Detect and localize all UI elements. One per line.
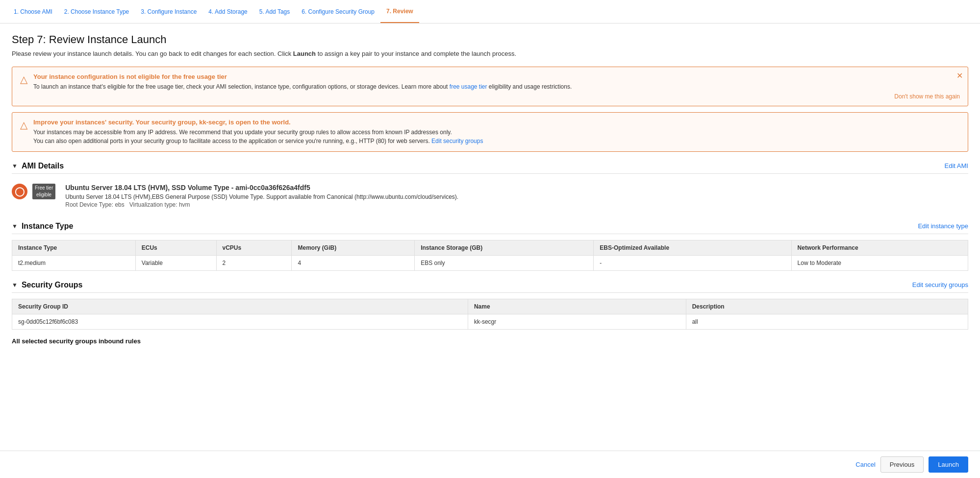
edit-security-groups-link[interactable]: Edit security groups [912, 281, 968, 288]
cell-sg-id: sg-0dd05c12f6bf6c083 [12, 314, 468, 329]
free-tier-alert-close[interactable]: ✕ [956, 71, 963, 80]
cell-sg-description: all [686, 314, 968, 329]
inbound-rules-title: All selected security groups inbound rul… [12, 337, 968, 345]
free-tier-alert-body: To launch an instance that's eligible fo… [33, 82, 960, 91]
table-row: t2.medium Variable 2 4 EBS only - Low to… [12, 255, 968, 270]
col-memory: Memory (GiB) [292, 240, 415, 255]
cell-storage: EBS only [415, 255, 594, 270]
instance-type-table: Instance Type ECUs vCPUs Memory (GiB) In… [12, 240, 968, 271]
instance-type-section: ▼ Instance Type Edit instance type Insta… [12, 222, 968, 271]
security-alert-title: Improve your instances' security. Your s… [33, 119, 960, 126]
security-groups-section-header: ▼ Security Groups Edit security groups [12, 281, 968, 293]
nav-step-3[interactable]: 3. Configure Instance [135, 0, 202, 23]
page-title: Step 7: Review Instance Launch [12, 33, 968, 46]
nav-step-7[interactable]: 7. Review [380, 0, 419, 23]
free-tier-alert-title: Your instance configuration is not eligi… [33, 73, 960, 80]
nav-step-6[interactable]: 6. Configure Security Group [296, 0, 380, 23]
ami-meta: Root Device Type: ebs Virtualization typ… [65, 201, 458, 208]
security-groups-toggle-icon[interactable]: ▼ [12, 282, 18, 288]
instance-type-toggle-icon[interactable]: ▼ [12, 223, 18, 230]
security-groups-title-row: ▼ Security Groups [12, 281, 82, 289]
nav-step-4[interactable]: 4. Add Storage [202, 0, 253, 23]
ami-description: Ubuntu Server 18.04 LTS (HVM),EBS Genera… [65, 193, 458, 200]
edit-instance-type-link[interactable]: Edit instance type [918, 222, 968, 230]
col-sg-id: Security Group ID [12, 299, 468, 314]
cell-sg-name: kk-secgr [468, 314, 686, 329]
free-usage-tier-link[interactable]: free usage tier [450, 83, 487, 90]
cell-instance-type: t2.medium [12, 255, 136, 270]
cell-vcpus: 2 [216, 255, 292, 270]
col-ecus: ECUs [135, 240, 216, 255]
instance-type-section-title: Instance Type [22, 222, 74, 231]
ami-section-title: AMI Details [22, 162, 64, 170]
security-warning-icon: △ [20, 119, 27, 131]
dont-show-link[interactable]: Don't show me this again [33, 93, 960, 100]
security-alert-body: Your instances may be accessible from an… [33, 128, 960, 145]
ami-details-row: ◯ Free tiereligible Ubuntu Server 18.04 … [12, 180, 968, 212]
col-sg-description: Description [686, 299, 968, 314]
col-sg-name: Name [468, 299, 686, 314]
cell-ebs: - [594, 255, 791, 270]
security-groups-section-title: Security Groups [22, 281, 82, 289]
security-alert-content: Improve your instances' security. Your s… [33, 119, 960, 145]
cell-ecus: Variable [135, 255, 216, 270]
ami-name: Ubuntu Server 18.04 LTS (HVM), SSD Volum… [65, 184, 458, 191]
col-storage: Instance Storage (GB) [415, 240, 594, 255]
ubuntu-icon: ◯ [12, 184, 27, 199]
table-row: sg-0dd05c12f6bf6c083 kk-secgr all [12, 314, 968, 329]
warning-icon: △ [20, 73, 27, 85]
main-content: Step 7: Review Instance Launch Please re… [0, 24, 980, 451]
instance-type-title-row: ▼ Instance Type [12, 222, 73, 231]
free-tier-alert-content: Your instance configuration is not eligi… [33, 73, 960, 100]
cell-memory: 4 [292, 255, 415, 270]
instance-type-header-row: Instance Type ECUs vCPUs Memory (GiB) In… [12, 240, 968, 255]
wizard-nav: 1. Choose AMI 2. Choose Instance Type 3.… [0, 0, 980, 24]
ami-details-section: ▼ AMI Details Edit AMI ◯ Free tiereligib… [12, 162, 968, 212]
edit-security-groups-link-alert[interactable]: Edit security groups [431, 138, 483, 144]
edit-ami-link[interactable]: Edit AMI [945, 162, 968, 169]
ami-toggle-icon[interactable]: ▼ [12, 163, 18, 169]
security-groups-header-row: Security Group ID Name Description [12, 299, 968, 314]
free-tier-badge: Free tiereligible [32, 184, 55, 199]
nav-step-2[interactable]: 2. Choose Instance Type [58, 0, 135, 23]
ami-section-header: ▼ AMI Details Edit AMI [12, 162, 968, 174]
col-network: Network Performance [791, 240, 968, 255]
page-subtitle: Please review your instance launch detai… [12, 49, 968, 59]
col-ebs: EBS-Optimized Available [594, 240, 791, 255]
col-instance-type: Instance Type [12, 240, 136, 255]
instance-type-section-header: ▼ Instance Type Edit instance type [12, 222, 968, 234]
security-groups-section: ▼ Security Groups Edit security groups S… [12, 281, 968, 345]
ami-title-row: ▼ AMI Details [12, 162, 64, 170]
cell-network: Low to Moderate [791, 255, 968, 270]
security-alert: △ Improve your instances' security. Your… [12, 112, 968, 152]
security-groups-table: Security Group ID Name Description sg-0d… [12, 299, 968, 330]
col-vcpus: vCPUs [216, 240, 292, 255]
nav-step-5[interactable]: 5. Add Tags [253, 0, 296, 23]
nav-step-1[interactable]: 1. Choose AMI [8, 0, 58, 23]
free-tier-alert: △ Your instance configuration is not eli… [12, 67, 968, 106]
